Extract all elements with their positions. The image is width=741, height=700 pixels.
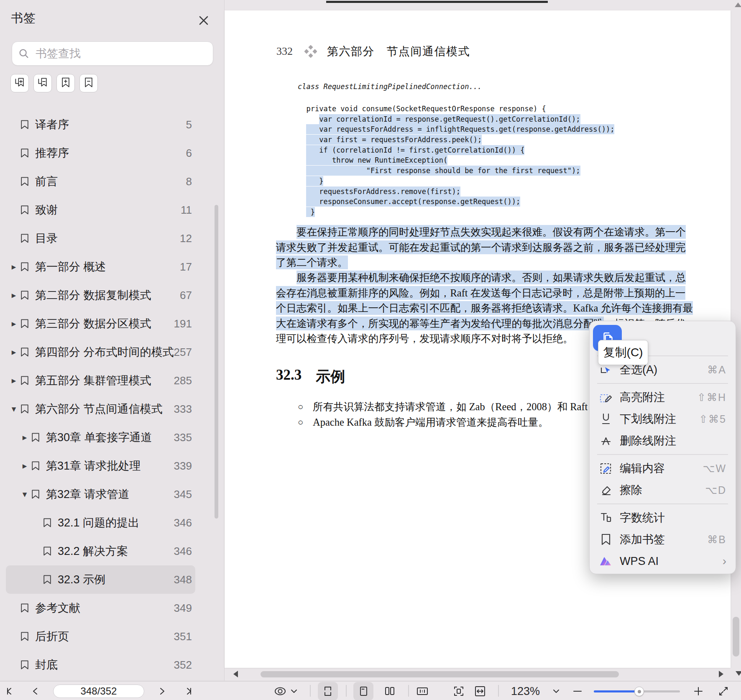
zoom-out-button[interactable] <box>571 685 584 697</box>
zoom-in-button[interactable] <box>692 685 705 697</box>
actual-size-button[interactable] <box>412 684 432 699</box>
scroll-down-arrow[interactable] <box>736 671 741 676</box>
bookmark-icon <box>19 176 30 187</box>
bookmark-item[interactable]: 目录 12 <box>6 224 195 253</box>
bookmark-item[interactable]: 第30章 单套接字通道 335 <box>6 423 195 452</box>
next-page-button[interactable] <box>155 685 169 698</box>
bookmark-item[interactable]: 致谢 11 <box>6 196 195 224</box>
menu-item-label: 字数统计 <box>620 510 665 525</box>
menu-item-label: 擦除 <box>620 483 642 498</box>
sidebar-scrollbar[interactable] <box>215 205 218 519</box>
section-heading-number: 32.3 <box>276 367 302 386</box>
continuous-scroll-button[interactable] <box>318 682 338 700</box>
bookmark-item[interactable]: 第三部分 数据分区模式 191 <box>6 309 195 338</box>
fit-page-button[interactable] <box>449 684 469 699</box>
scroll-right-arrow[interactable] <box>719 671 723 677</box>
bookmark-item[interactable]: 第六部分 节点间通信模式 333 <box>6 395 195 423</box>
bookmark-item[interactable]: 参考文献 349 <box>6 594 195 622</box>
context-menu-item[interactable]: WPS AI › <box>590 550 736 572</box>
context-menu-item[interactable]: 删除线附注 › <box>590 430 736 452</box>
bookmark-item[interactable]: 第一部分 概述 17 <box>6 253 195 281</box>
context-menu-item[interactable]: 添加书签 ⌘B › <box>590 529 736 550</box>
zoom-level[interactable]: 123% <box>511 682 540 700</box>
menu-item-label: 添加书签 <box>620 532 665 547</box>
chevron-right-icon: › <box>723 554 726 568</box>
bookmark-item[interactable]: 前言 8 <box>6 167 195 196</box>
zoom-dropdown[interactable] <box>551 687 561 696</box>
previous-page-button[interactable] <box>28 685 43 698</box>
bookmark-item[interactable]: 第四部分 分布式时间的模式 257 <box>6 338 195 366</box>
bookmark-item[interactable]: 32.3 示例 348 <box>6 565 195 594</box>
add-bookmark-icon <box>599 532 613 547</box>
disclosure-triangle-icon[interactable] <box>19 489 30 499</box>
horizontal-scrollbar[interactable] <box>261 671 619 677</box>
bookmark-item-label: 后折页 <box>35 629 69 644</box>
vertical-scrollbar[interactable] <box>733 617 739 657</box>
disclosure-triangle-icon[interactable] <box>19 461 30 471</box>
read-mode-dropdown[interactable] <box>289 687 299 696</box>
bullet-marker: ○ <box>298 415 313 430</box>
context-menu-item[interactable]: 擦除 ⌥D › <box>590 479 736 501</box>
bookmark-item[interactable]: 后折页 351 <box>6 622 195 651</box>
context-menu-item[interactable]: 编辑内容 ⌥W › <box>590 457 736 479</box>
page-number-input[interactable]: 348/352 <box>53 685 144 698</box>
context-menu-item[interactable]: 字数统计 › <box>590 507 736 529</box>
fullscreen-button[interactable] <box>716 684 731 698</box>
zoom-slider[interactable] <box>594 690 680 692</box>
first-page-button[interactable] <box>3 685 17 698</box>
menu-item-shortcut: ⌘A <box>707 364 726 376</box>
code-line: throw new RuntimeException( <box>298 155 614 166</box>
bookmark-item[interactable]: 第31章 请求批处理 339 <box>6 452 195 480</box>
wps-ai-icon <box>599 554 613 568</box>
two-page-button[interactable] <box>380 684 400 699</box>
bookmark-icon <box>19 347 30 358</box>
bookmark-toolbar-button[interactable] <box>79 74 98 92</box>
fit-width-button[interactable] <box>470 684 490 699</box>
bookmark-item[interactable]: 32.2 解决方案 346 <box>6 537 195 565</box>
read-mode-button[interactable] <box>271 684 289 699</box>
bookmark-item[interactable]: 第32章 请求管道 345 <box>6 480 195 508</box>
bookmark-item[interactable]: 封底 352 <box>6 651 195 679</box>
menu-item-shortcut: ⌘B <box>707 534 726 546</box>
bookmark-item-label: 32.3 示例 <box>58 572 105 587</box>
bookmark-item-label: 参考文献 <box>35 600 80 616</box>
bookmark-icon <box>19 290 30 301</box>
bookmark-item[interactable]: 译者序 5 <box>6 110 195 139</box>
disclosure-triangle-icon[interactable] <box>19 432 30 442</box>
bookmark-item[interactable]: 第二部分 数据复制模式 67 <box>6 281 195 309</box>
context-menu-item[interactable]: 下划线附注 ⇧⌘5 › <box>590 408 736 430</box>
disclosure-triangle-icon[interactable] <box>8 376 19 386</box>
disclosure-triangle-icon[interactable] <box>8 290 19 300</box>
last-page-button[interactable] <box>181 685 196 698</box>
paragraph-line: 请求失败了并发起重试。可能在发起重试的第一个请求到达服务器之前，服务器已经处理完 <box>276 240 686 255</box>
bookmark-item[interactable]: 32.1 问题的提出 346 <box>6 508 195 537</box>
bookmark-toolbar-button[interactable] <box>10 74 29 92</box>
single-page-button[interactable] <box>353 682 373 700</box>
selected-text: 要在保持正常顺序的同时处理好节点失效实现起来很难。假设有两个在途请求。第一个 <box>296 225 686 239</box>
paragraph-line: 会存在消息被重新排序的风险。例如，Raft 在发送每个日志记录时，总是附带上预期… <box>276 286 693 301</box>
bookmark-item-label: 32.2 解决方案 <box>58 544 128 559</box>
scroll-left-arrow[interactable] <box>233 671 238 677</box>
bookmark-search-box[interactable] <box>12 41 213 66</box>
bookmark-search-input[interactable] <box>36 47 207 60</box>
zoom-slider-thumb[interactable] <box>634 687 644 696</box>
bookmark-toolbar-button[interactable] <box>56 74 75 92</box>
bookmark-icon <box>19 119 30 130</box>
bookmark-toolbar-button[interactable] <box>33 74 52 92</box>
selected-text: responseConsumer.accept(response.getRequ… <box>306 197 520 207</box>
bookmark-item-label: 32.1 问题的提出 <box>58 515 139 530</box>
disclosure-triangle-icon[interactable] <box>8 347 19 357</box>
underline-annotate-icon <box>599 412 613 426</box>
bookmark-item[interactable]: 第五部分 集群管理模式 285 <box>6 366 195 395</box>
paragraph-line: 要在保持正常顺序的同时处理好节点失效实现起来很难。假设有两个在途请求。第一个 <box>276 225 686 240</box>
close-panel-button[interactable] <box>197 13 211 28</box>
bookmark-icon <box>19 261 30 272</box>
disclosure-triangle-icon[interactable] <box>8 319 19 329</box>
bookmark-item[interactable]: 推荐序 6 <box>6 139 195 167</box>
disclosure-triangle-icon[interactable] <box>8 262 19 272</box>
context-menu-item[interactable]: 高亮附注 ⇧⌘H › <box>590 386 736 408</box>
two-page-icon <box>383 685 396 697</box>
scroll-up-arrow[interactable] <box>735 3 741 7</box>
bookmark-toolbar <box>10 74 98 92</box>
disclosure-triangle-icon[interactable] <box>8 404 19 414</box>
